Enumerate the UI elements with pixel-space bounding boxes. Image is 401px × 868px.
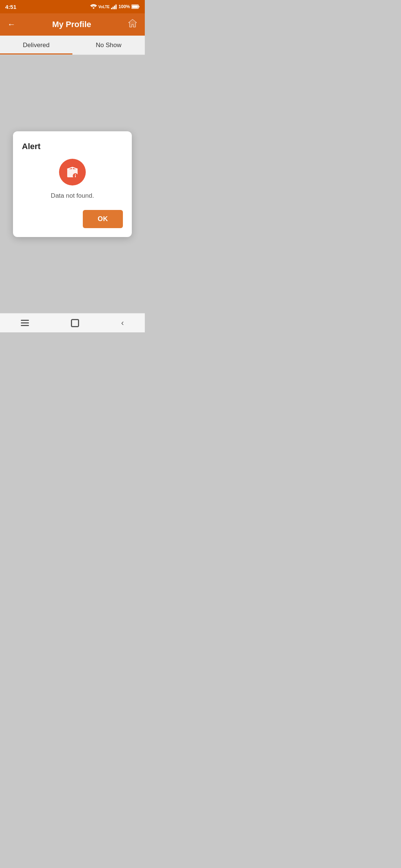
tabs-container: Delivered No Show: [0, 36, 145, 55]
status-time: 4:51: [5, 4, 16, 10]
svg-rect-5: [132, 6, 138, 8]
dialog-message: Data not found.: [22, 192, 123, 200]
svg-rect-11: [75, 175, 76, 177]
page-title: My Profile: [17, 20, 126, 29]
svg-rect-2: [114, 6, 115, 9]
signal-icon: [111, 4, 117, 9]
tab-no-show[interactable]: No Show: [72, 36, 145, 55]
battery-level: 100%: [118, 4, 130, 9]
alert-dialog: Alert Data n: [13, 131, 132, 237]
svg-rect-6: [139, 6, 140, 7]
nav-menu-button[interactable]: [12, 317, 38, 329]
dialog-actions: OK: [22, 210, 123, 228]
bottom-nav: ‹: [0, 313, 145, 332]
main-content: Alert Data n: [0, 55, 145, 313]
svg-point-10: [75, 174, 76, 175]
tab-delivered[interactable]: Delivered: [0, 36, 72, 55]
svg-rect-1: [113, 7, 114, 9]
back-button[interactable]: ←: [6, 18, 17, 31]
svg-rect-0: [111, 8, 112, 9]
battery-icon: [131, 4, 140, 9]
dialog-title: Alert: [22, 142, 123, 151]
home-icon: [128, 19, 137, 28]
nav-home-button[interactable]: [62, 316, 88, 330]
nav-back-button[interactable]: ‹: [112, 315, 133, 331]
back-arrow-icon: ‹: [121, 318, 124, 328]
package-info-icon: [64, 164, 81, 180]
alert-icon-circle: [59, 159, 86, 185]
status-bar: 4:51 VoLTE 100%: [0, 0, 145, 13]
home-button[interactable]: [126, 17, 139, 32]
dialog-overlay: Alert Data n: [0, 55, 145, 313]
toolbar: ← My Profile: [0, 13, 145, 36]
status-icons: VoLTE 100%: [90, 4, 140, 9]
wifi-icon: [90, 4, 97, 9]
dialog-icon-wrapper: [22, 159, 123, 185]
home-square-icon: [71, 319, 79, 327]
svg-rect-3: [115, 4, 117, 9]
menu-icon: [21, 320, 29, 326]
network-label: VoLTE: [98, 5, 110, 9]
ok-button[interactable]: OK: [83, 210, 123, 228]
